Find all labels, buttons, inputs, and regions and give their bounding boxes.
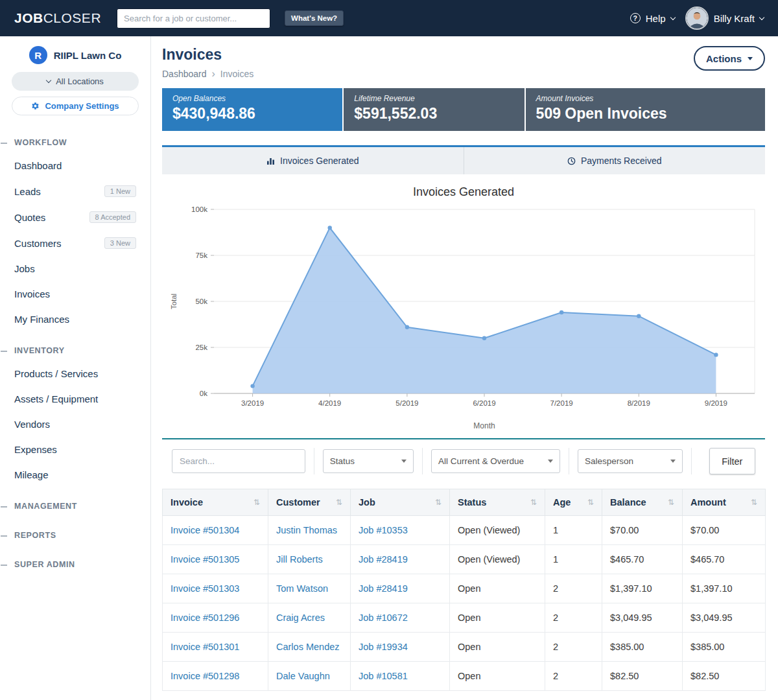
column-header-amount[interactable]: Amount⇅ <box>683 489 766 516</box>
invoice-link[interactable]: Invoice #501296 <box>171 612 239 623</box>
sidebar-item-customers[interactable]: Customers3 New <box>0 230 150 256</box>
sidebar-item-my-finances[interactable]: My Finances <box>0 307 150 332</box>
logo-text-light: CLOSER <box>43 10 101 25</box>
invoice-link[interactable]: Invoice #501298 <box>171 671 239 681</box>
invoice-link[interactable]: Invoice #501304 <box>171 525 239 535</box>
sort-icon[interactable]: ⇅ <box>668 498 674 507</box>
status-select[interactable]: Status <box>323 449 414 473</box>
age-cell: 2 <box>545 603 602 633</box>
data-point[interactable] <box>328 226 332 229</box>
status-cell: Open (Viewed) <box>450 516 545 545</box>
sidebar-nav: WORKFLOWDashboardLeads1 NewQuotes8 Accep… <box>0 132 150 575</box>
sidebar-item-products-services[interactable]: Products / Services <box>0 361 150 386</box>
table-search-input[interactable] <box>172 449 305 473</box>
customer-link[interactable]: Carlos Mendez <box>276 642 340 652</box>
data-point[interactable] <box>250 384 254 388</box>
column-header-invoice[interactable]: Invoice⇅ <box>163 489 268 516</box>
tab-invoices-generated[interactable]: Invoices Generated <box>162 147 464 174</box>
sort-icon[interactable]: ⇅ <box>253 498 260 507</box>
sidebar-item-dashboard[interactable]: Dashboard <box>0 153 150 178</box>
customer-link[interactable]: Craig Acres <box>276 612 325 623</box>
tab-label: Invoices Generated <box>280 156 359 166</box>
data-point[interactable] <box>405 325 409 329</box>
invoice-link[interactable]: Invoice #501301 <box>171 642 239 652</box>
breadcrumb: Dashboard › Invoices <box>162 68 253 80</box>
sort-icon[interactable]: ⇅ <box>530 498 537 507</box>
sort-icon[interactable]: ⇅ <box>751 498 757 507</box>
customer-link[interactable]: Justin Thomas <box>276 525 337 535</box>
company-settings-button[interactable]: Company Settings <box>12 97 139 115</box>
age-cell: 1 <box>545 516 602 545</box>
nav-section-management[interactable]: MANAGEMENT <box>0 496 150 517</box>
invoice-cell: Invoice #501303 <box>163 574 268 603</box>
nav-section-super-admin[interactable]: SUPER ADMIN <box>0 554 150 575</box>
customer-link[interactable]: Dale Vaughn <box>276 671 330 681</box>
actions-button[interactable]: Actions <box>694 46 765 71</box>
app-logo[interactable]: JOBCLOSER <box>14 10 101 26</box>
company-logo: R <box>29 46 47 64</box>
customer-link[interactable]: Tom Watson <box>276 583 328 594</box>
svg-text:25k: 25k <box>195 344 207 351</box>
nav-section-inventory[interactable]: INVENTORY <box>0 340 150 361</box>
data-point[interactable] <box>560 310 563 314</box>
collapse-icon <box>1 143 7 144</box>
job-link[interactable]: Job #10353 <box>359 525 408 535</box>
job-link[interactable]: Job #10581 <box>359 671 408 681</box>
nav-item-label: Leads <box>14 186 41 197</box>
job-link[interactable]: Job #28419 <box>359 554 408 565</box>
column-header-job[interactable]: Job⇅ <box>351 489 450 516</box>
sidebar-item-invoices[interactable]: Invoices <box>0 281 150 307</box>
sidebar-item-leads[interactable]: Leads1 New <box>0 178 150 204</box>
age-cell: 2 <box>545 662 602 691</box>
whats-new-button[interactable]: What's New? <box>285 10 344 26</box>
global-search-input[interactable] <box>117 8 270 29</box>
company-header[interactable]: R RIIPL Lawn Co <box>0 46 150 64</box>
data-point[interactable] <box>714 353 718 356</box>
invoice-link[interactable]: Invoice #501305 <box>171 554 239 565</box>
filter-button[interactable]: Filter <box>709 448 755 474</box>
amount-cell: $82.50 <box>683 662 766 691</box>
sidebar-item-quotes[interactable]: Quotes8 Accepted <box>0 204 150 230</box>
job-cell: Job #10581 <box>351 662 450 691</box>
sidebar-item-vendors[interactable]: Vendors <box>0 412 150 437</box>
nav-item-label: Vendors <box>14 419 50 430</box>
column-header-balance[interactable]: Balance⇅ <box>602 489 683 516</box>
sidebar-item-mileage[interactable]: Mileage <box>0 462 150 487</box>
breadcrumb-dashboard[interactable]: Dashboard <box>162 69 207 79</box>
sidebar-item-jobs[interactable]: Jobs <box>0 256 150 281</box>
tab-label: Payments Received <box>581 156 662 166</box>
column-header-status[interactable]: Status⇅ <box>450 489 545 516</box>
salesperson-value: Salesperson <box>585 456 633 466</box>
sidebar-item-expenses[interactable]: Expenses <box>0 437 150 462</box>
job-link[interactable]: Job #10672 <box>359 612 408 623</box>
data-point[interactable] <box>482 336 486 340</box>
invoice-link[interactable]: Invoice #501303 <box>171 583 239 594</box>
customer-link[interactable]: Jill Roberts <box>276 554 323 565</box>
current-overdue-select[interactable]: All Current & Overdue <box>431 449 560 473</box>
data-point[interactable] <box>637 314 641 318</box>
user-menu[interactable]: Billy Kraft <box>685 6 764 30</box>
help-menu[interactable]: ? Help <box>630 13 675 24</box>
sort-icon[interactable]: ⇅ <box>587 498 594 507</box>
svg-text:0k: 0k <box>200 390 207 397</box>
stat-amount-invoices: Amount Invoices 509 Open Invoices <box>526 88 765 131</box>
collapse-icon <box>1 351 7 352</box>
sidebar-item-assets-equipment[interactable]: Assets / Equipment <box>0 386 150 412</box>
tab-payments-received[interactable]: Payments Received <box>464 147 766 174</box>
column-header-age[interactable]: Age⇅ <box>545 489 602 516</box>
job-link[interactable]: Job #28419 <box>359 583 408 594</box>
age-cell: 2 <box>545 574 602 603</box>
amount-cell: $1,397.10 <box>683 574 766 603</box>
salesperson-select[interactable]: Salesperson <box>578 449 683 473</box>
current-overdue-value: All Current & Overdue <box>438 456 524 466</box>
nav-section-reports[interactable]: REPORTS <box>0 525 150 546</box>
sort-icon[interactable]: ⇅ <box>336 498 342 507</box>
locations-dropdown[interactable]: All Locations <box>12 72 139 91</box>
job-link[interactable]: Job #19934 <box>359 642 408 652</box>
nav-section-workflow[interactable]: WORKFLOW <box>0 132 150 153</box>
collapse-icon <box>1 506 7 508</box>
sort-icon[interactable]: ⇅ <box>435 498 442 507</box>
collapse-icon <box>1 565 7 566</box>
column-header-customer[interactable]: Customer⇅ <box>268 489 351 516</box>
chevron-down-icon <box>759 14 764 19</box>
